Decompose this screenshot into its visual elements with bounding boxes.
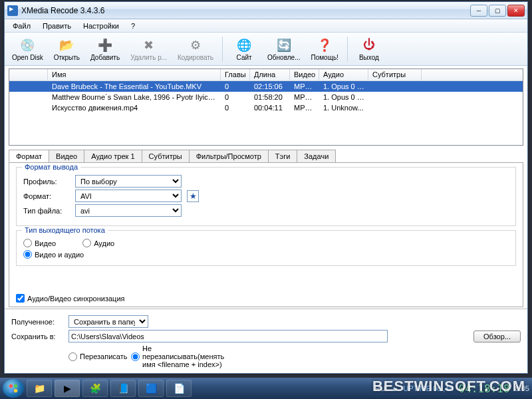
app-window: XMedia Recode 3.4.3.6 ─ ▢ ✕ ФайлПравитьН… [4, 1, 528, 374]
col-subs[interactable]: Субтитры [368, 69, 422, 80]
tool-open[interactable]: 📂Открыть [49, 35, 84, 63]
taskbar-app-icon[interactable]: ▶ [55, 380, 80, 397]
taskbar-icon[interactable]: 📘 [110, 380, 136, 397]
table-row[interactable]: Искусство движения.mp4000:04:11MPE...1. … [9, 102, 523, 113]
radio-audio[interactable]: Аудио [82, 239, 114, 247]
svg-point-1 [14, 384, 17, 388]
maximize-button[interactable]: ▢ [489, 5, 506, 17]
tool-site[interactable]: 🌐Сайт [227, 35, 261, 63]
save-path-input[interactable] [68, 330, 388, 342]
tab-3[interactable]: Субтитры [142, 150, 190, 162]
tab-2[interactable]: Аудио трек 1 [84, 150, 142, 162]
tool-remove: ✖Удалить р... [126, 35, 172, 63]
taskbar-icon[interactable]: 🟦 [138, 380, 164, 397]
col-video[interactable]: Видео [290, 69, 319, 80]
add-icon: ➕ [97, 37, 113, 53]
col-name[interactable]: Имя [48, 69, 221, 80]
tool-help[interactable]: ❓Помощь! [306, 35, 342, 63]
radio-overwrite[interactable]: Перезаписать [68, 352, 115, 361]
av-sync-checkbox[interactable]: Аудио/Видео синхронизация [16, 294, 516, 303]
col-audio[interactable]: Аудио [319, 69, 368, 80]
table-row[interactable]: Matthew Bourne´s Swan Lake, 1996 - Pyotr… [9, 92, 523, 102]
close-button[interactable]: ✕ [507, 5, 525, 17]
exit-icon: ⏻ [361, 37, 377, 53]
stream-type-group: Тип выходящего потока Видео Аудио Видео … [16, 230, 516, 266]
file-list: ИмяГлавыДлинаВидеоАудиоСубтитры Dave Bru… [9, 68, 523, 146]
menu-Править[interactable]: Править [37, 21, 76, 31]
watermark: BESTWINSOFT.COM [372, 378, 525, 395]
window-title: XMedia Recode 3.4.3.6 [21, 6, 470, 15]
format-panel: Формат вывода Профиль: По выбору Формат:… [9, 162, 523, 307]
remove-icon: ✖ [141, 37, 157, 53]
list-body[interactable]: Dave Brubeck - The Essential - YouTube.M… [9, 81, 523, 145]
tool-exit[interactable]: ⏻Выход [352, 35, 386, 63]
profile-select[interactable]: По выбору [75, 175, 182, 188]
received-select[interactable]: Сохранить в папку [68, 315, 148, 328]
tool-update[interactable]: 🔄Обновле... [263, 35, 305, 63]
col-length[interactable]: Длина [250, 69, 290, 80]
menubar: ФайлПравитьНастройки? [5, 19, 527, 33]
site-icon: 🌐 [236, 37, 252, 53]
menu-Файл[interactable]: Файл [7, 21, 36, 31]
favorite-button[interactable]: ★ [187, 190, 199, 202]
tab-6[interactable]: Задачи [297, 150, 336, 162]
app-icon [7, 5, 18, 16]
table-row[interactable]: Dave Brubeck - The Essential - YouTube.M… [9, 81, 523, 92]
start-button[interactable] [3, 379, 24, 398]
browse-button[interactable]: Обзор... [473, 331, 521, 342]
col-chapters[interactable]: Главы [221, 69, 250, 80]
radio-both[interactable]: Видео и аудио [23, 250, 509, 259]
encode-icon: ⚙ [188, 37, 203, 53]
update-icon: 🔄 [276, 37, 292, 53]
tabstrip: ФорматВидеоАудио трек 1СубтитрыФильтры/П… [9, 150, 523, 162]
radio-no-overwrite[interactable]: Не перезаписывать(менять имя <filename +… [131, 344, 178, 368]
tool-add[interactable]: ➕Добавить [86, 35, 124, 63]
open-icon: 📂 [59, 37, 74, 53]
bottom-panel: Полученное: Сохранить в папку Сохранить … [5, 309, 527, 373]
taskbar-icon[interactable]: 🧩 [82, 380, 108, 397]
radio-video[interactable]: Видео [23, 239, 56, 247]
menu-Настройки[interactable]: Настройки [78, 21, 124, 31]
format-select[interactable]: AVI [75, 190, 182, 202]
svg-point-3 [14, 389, 17, 392]
filetype-label: Тип файла: [23, 207, 70, 215]
col-icon[interactable] [9, 69, 48, 80]
group-title: Тип выходящего потока [22, 226, 108, 234]
open-disk-icon: 💿 [19, 37, 35, 53]
tool-encode: ⚙Кодировать [173, 35, 218, 63]
format-label: Формат: [23, 192, 70, 200]
output-format-group: Формат вывода Профиль: По выбору Формат:… [16, 167, 516, 226]
svg-point-0 [9, 384, 13, 388]
tab-4[interactable]: Фильтры/Просмотр [189, 150, 269, 162]
tab-1[interactable]: Видео [49, 150, 84, 162]
filetype-select[interactable]: avi [75, 204, 182, 217]
group-title: Формат вывода [22, 163, 80, 171]
list-header: ИмяГлавыДлинаВидеоАудиоСубтитры [9, 69, 523, 81]
toolbar: 💿Open Disk📂Открыть➕Добавить✖Удалить р...… [5, 33, 527, 66]
profile-label: Профиль: [23, 178, 70, 186]
tab-0[interactable]: Формат [9, 150, 49, 162]
help-icon: ❓ [317, 37, 332, 53]
minimize-button[interactable]: ─ [470, 5, 487, 17]
save-label: Сохранить в: [11, 332, 63, 340]
tab-5[interactable]: Тэги [268, 150, 298, 162]
menu-?[interactable]: ? [126, 21, 140, 31]
tool-open-disk[interactable]: 💿Open Disk [7, 35, 48, 63]
svg-point-2 [9, 389, 13, 392]
titlebar[interactable]: XMedia Recode 3.4.3.6 ─ ▢ ✕ [5, 2, 527, 19]
taskbar-icon[interactable]: 📄 [166, 380, 192, 397]
received-label: Полученное: [11, 318, 63, 326]
taskbar-explorer-icon[interactable]: 📁 [27, 380, 52, 397]
